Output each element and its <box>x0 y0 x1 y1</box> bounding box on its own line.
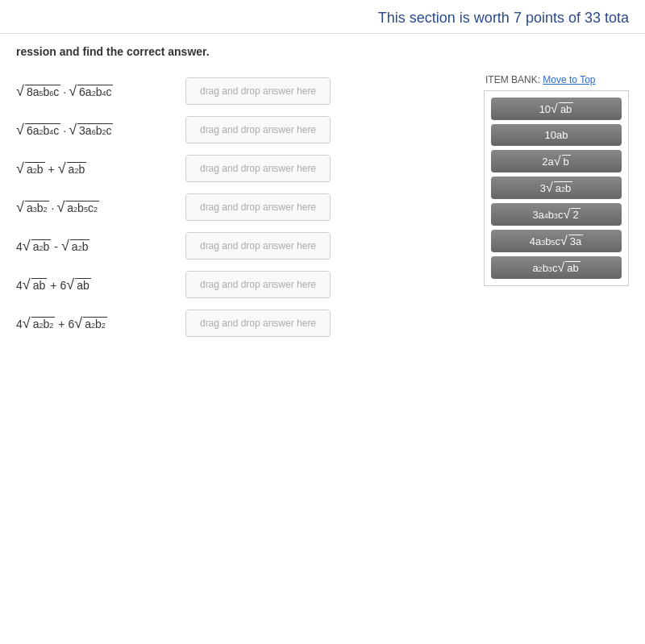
answer-chip-6[interactable]: 4a3b5c √ 3a <box>491 230 622 252</box>
expression-2: √ 6a2b4c · √ 3a6b2c <box>16 123 177 137</box>
problem-row: 4 √ a2b - √ a2b drag and drop answer her… <box>16 229 468 263</box>
answer-chip-1[interactable]: 10 √ ab <box>491 98 622 120</box>
expression-6: 4 √ ab + 6 √ ab <box>16 277 177 292</box>
drop-zone-7[interactable]: drag and drop answer here <box>185 310 331 337</box>
drop-zone-1[interactable]: drag and drop answer here <box>185 77 331 105</box>
answer-chip-5[interactable]: 3a4b3c √ 2 <box>491 203 622 226</box>
answer-chip-2[interactable]: 10ab <box>491 124 622 146</box>
drop-zone-6[interactable]: drag and drop answer here <box>185 271 331 298</box>
instructions-text: ression and find the correct answer. <box>16 45 210 58</box>
expression-4: √ a3b2 · √ a2b5c2 <box>16 200 177 214</box>
item-bank-container: 10 √ ab 10ab 2a √ b <box>484 90 629 286</box>
drop-zone-4[interactable]: drag and drop answer here <box>185 193 331 221</box>
title-text: This section is worth 7 points of 33 tot… <box>378 10 629 26</box>
answer-chip-3[interactable]: 2a √ b <box>491 150 622 172</box>
item-bank-header: ITEM BANK: Move to Top <box>484 74 629 85</box>
move-to-top-link[interactable]: Move to Top <box>543 74 595 85</box>
expression-7: 4 √ a2b2 + 6 √ a2b2 <box>16 316 177 330</box>
answer-chip-4[interactable]: 3 √ a2b <box>491 177 622 199</box>
answer-chip-7[interactable]: a2b3c √ ab <box>491 256 622 279</box>
drop-zone-2[interactable]: drag and drop answer here <box>185 116 331 143</box>
item-bank: ITEM BANK: Move to Top 10 √ ab 10ab <box>484 74 629 340</box>
problem-row: √ a2b + √ a2b drag and drop answer here <box>16 152 468 185</box>
problem-row: √ 6a2b4c · √ 3a6b2c drag and drop answer… <box>16 113 468 147</box>
instructions: ression and find the correct answer. <box>0 34 645 66</box>
page-title: This section is worth 7 points of 33 tot… <box>0 0 645 34</box>
problem-row: √ 8a5b6c · √ 6a2b4c drag and drop answer… <box>16 74 468 108</box>
drop-zone-5[interactable]: drag and drop answer here <box>185 232 331 260</box>
expression-3: √ a2b + √ a2b <box>16 161 177 176</box>
problem-row: √ a3b2 · √ a2b5c2 drag and drop answer h… <box>16 190 468 224</box>
expression-1: √ 8a5b6c · √ 6a2b4c <box>16 84 177 98</box>
problem-row: 4 √ a2b2 + 6 √ a2b2 drag and drop answer… <box>16 306 468 340</box>
problem-row: 4 √ ab + 6 √ ab drag and drop answer her… <box>16 268 468 301</box>
expression-5: 4 √ a2b - √ a2b <box>16 239 177 253</box>
main-content: √ 8a5b6c · √ 6a2b4c drag and drop answer… <box>0 66 645 348</box>
drop-zone-3[interactable]: drag and drop answer here <box>185 155 331 182</box>
problems-column: √ 8a5b6c · √ 6a2b4c drag and drop answer… <box>16 74 468 340</box>
